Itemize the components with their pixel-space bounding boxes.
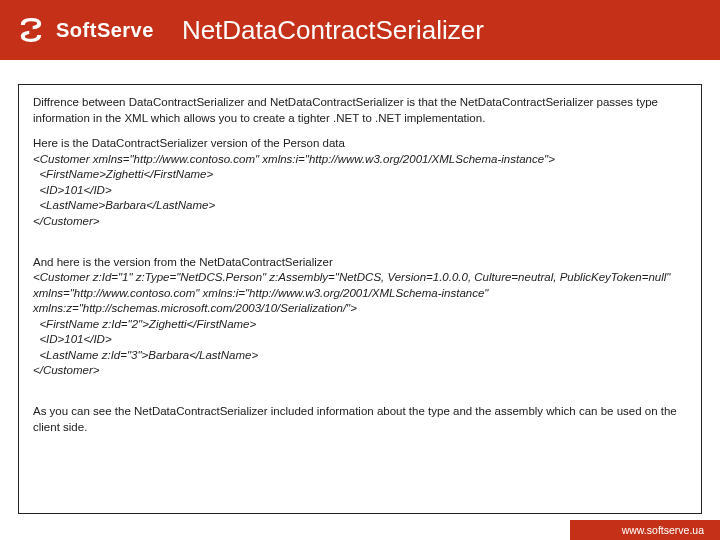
ndcs-xml-line: <LastName z:Id="3">Barbara</LastName>: [33, 348, 687, 364]
dcs-xml-line: <LastName>Barbara</LastName>: [33, 198, 687, 214]
softserve-logo-icon: [14, 13, 48, 47]
dcs-xml-line: <Customer xmlns="http://www.contoso.com"…: [33, 152, 687, 168]
dcs-lead: Here is the DataContractSerializer versi…: [33, 136, 687, 152]
slide-title: NetDataContractSerializer: [154, 15, 706, 46]
brand-logo: SoftServe: [14, 13, 154, 47]
dcs-xml-line: <ID>101</ID>: [33, 183, 687, 199]
content-box: Diffrence between DataContractSerializer…: [18, 84, 702, 514]
dcs-xml-line: [33, 229, 687, 245]
ndcs-xml-line: [33, 379, 687, 395]
slide-body: Diffrence between DataContractSerializer…: [0, 70, 720, 540]
brand-name: SoftServe: [56, 19, 154, 42]
divider: [0, 60, 720, 70]
ndcs-xml-line: <Customer z:Id="1" z:Type="NetDCS.Person…: [33, 270, 687, 317]
slide-header: SoftServe NetDataContractSerializer: [0, 0, 720, 60]
intro-paragraph: Diffrence between DataContractSerializer…: [33, 95, 687, 126]
dcs-xml-line: </Customer>: [33, 214, 687, 230]
dcs-xml-line: <FirstName>Zighetti</FirstName>: [33, 167, 687, 183]
ndcs-xml-line: <ID>101</ID>: [33, 332, 687, 348]
ndcs-lead: And here is the version from the NetData…: [33, 255, 687, 271]
ndcs-xml-line: <FirstName z:Id="2">Zighetti</FirstName>: [33, 317, 687, 333]
footer-url: www.softserve.ua: [570, 520, 720, 540]
ndcs-xml-line: </Customer>: [33, 363, 687, 379]
outro-paragraph: As you can see the NetDataContractSerial…: [33, 404, 687, 435]
